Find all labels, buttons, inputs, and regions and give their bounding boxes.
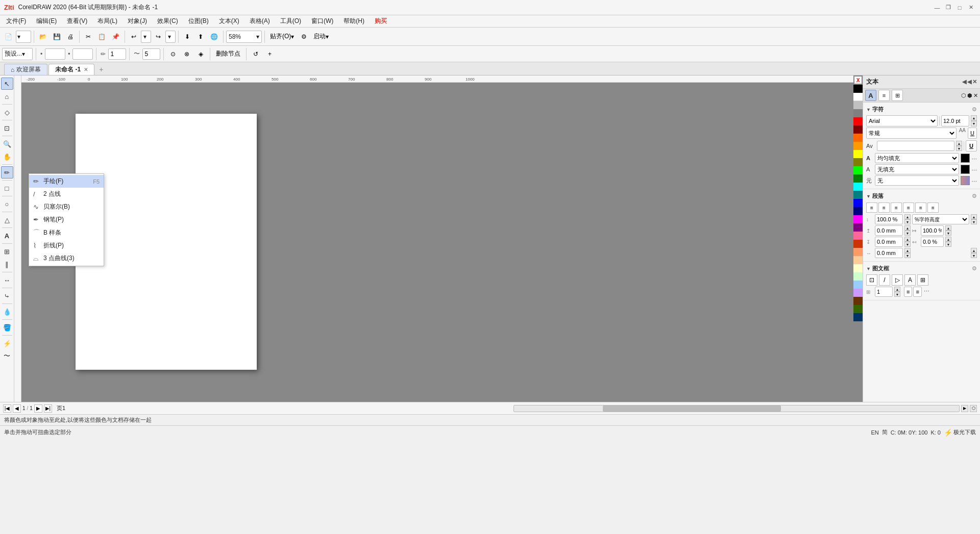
tab-home[interactable]: ⌂ 欢迎屏幕 — [4, 64, 47, 75]
columns-input[interactable] — [875, 287, 893, 297]
open-button[interactable]: 📂 — [37, 30, 50, 44]
menu-effects[interactable]: 效果(C) — [153, 16, 182, 27]
pull-input[interactable] — [875, 248, 903, 258]
snap-button[interactable]: 贴齐(O) ▾ — [267, 30, 297, 44]
cut-button[interactable]: ✂ — [82, 30, 94, 44]
color-gray[interactable] — [853, 109, 863, 117]
menu-text[interactable]: 文本(X) — [215, 16, 243, 27]
panel-tab-para[interactable]: ≡ — [878, 90, 890, 101]
close-button[interactable]: ✕ — [966, 3, 976, 13]
refresh-button[interactable]: ↺ — [250, 47, 262, 61]
menu-object[interactable]: 对象(J) — [124, 16, 151, 27]
position-x-input[interactable] — [45, 48, 65, 60]
panel-close-icon[interactable]: ✕ — [972, 79, 977, 85]
font-size-up[interactable]: ▲ — [971, 115, 977, 121]
tab-active[interactable]: 未命名 -1 ✕ — [48, 64, 94, 75]
av-input[interactable] — [877, 141, 954, 151]
bp-up[interactable]: ▲ — [904, 225, 911, 231]
h-scroll-thumb[interactable] — [603, 405, 781, 412]
color-purple[interactable] — [853, 223, 863, 232]
color-white[interactable] — [853, 93, 863, 101]
h-scroll-right-btn[interactable]: ▶ — [961, 405, 968, 412]
panel-collapse-icon[interactable]: ◀ — [967, 79, 971, 85]
color-maroon[interactable] — [853, 125, 863, 134]
color-navy[interactable] — [853, 207, 863, 215]
delete-node-button[interactable]: 删除节点 — [213, 47, 243, 61]
copy-button[interactable]: 📋 — [95, 30, 108, 44]
frame-align-btn2[interactable]: ≡ — [913, 287, 921, 297]
color-amber[interactable] — [853, 142, 863, 150]
color-green[interactable] — [853, 174, 863, 183]
align-center-btn[interactable]: ≡ — [878, 202, 890, 213]
cusp-button[interactable]: ◈ — [194, 47, 207, 61]
start-button[interactable]: 启动 ▾ — [311, 30, 331, 44]
line-height-input[interactable] — [875, 214, 903, 224]
panel-icon3[interactable]: ✕ — [973, 92, 978, 99]
panel-expand-icon[interactable]: ◀ — [962, 79, 966, 85]
ap-down[interactable]: ▼ — [904, 242, 911, 247]
font-size-down[interactable]: ▼ — [971, 121, 977, 126]
polygon-tool[interactable]: △ — [1, 214, 13, 226]
menu-layout[interactable]: 布局(L) — [93, 16, 121, 27]
indent-right-input[interactable] — [921, 237, 944, 247]
frame-gear[interactable]: ⚙ — [972, 265, 977, 272]
undo-dropdown[interactable]: ▾ — [141, 31, 151, 43]
restore-button[interactable]: ❒ — [943, 3, 953, 13]
pq2-down[interactable]: ▼ — [971, 253, 977, 258]
il-up[interactable]: ▲ — [945, 225, 951, 231]
h-scrollbar[interactable] — [513, 405, 960, 412]
menu-view[interactable]: 查看(V) — [63, 16, 91, 27]
color-skyblue[interactable] — [853, 281, 863, 289]
redo-dropdown[interactable]: ▾ — [165, 31, 176, 43]
align-right-btn[interactable]: ≡ — [891, 202, 902, 213]
smear-tool[interactable]: 〜 — [1, 350, 13, 362]
menu-file[interactable]: 文件(F) — [2, 16, 30, 27]
zoom-tool[interactable]: 🔍 — [1, 138, 13, 150]
para-section-header[interactable]: ▼ 段落 ⚙ — [866, 191, 977, 201]
stroke-type-select[interactable]: 无填充 — [875, 164, 959, 174]
color-red[interactable] — [853, 117, 863, 125]
stroke-color-box[interactable] — [961, 165, 970, 174]
parallel-tool[interactable]: ∥ — [1, 258, 13, 270]
char-style-more[interactable]: ··· — [971, 177, 977, 185]
color-cream[interactable] — [853, 264, 863, 272]
color-lime[interactable] — [853, 166, 863, 174]
pq-down[interactable]: ▼ — [904, 253, 911, 258]
after-para-input[interactable] — [875, 237, 903, 247]
menu-table[interactable]: 表格(A) — [246, 16, 274, 27]
char-gear[interactable]: ⚙ — [972, 106, 977, 113]
ir-up[interactable]: ▲ — [945, 237, 951, 242]
font-size-input[interactable] — [941, 115, 969, 126]
color-fuchsia[interactable] — [853, 215, 863, 223]
frame-icon-btn3[interactable]: ▷ — [892, 274, 903, 286]
panel-icon1[interactable]: ⬡ — [961, 92, 966, 99]
freehand-tool[interactable]: ✏ — [1, 166, 13, 179]
sym-button[interactable]: ⊗ — [181, 47, 193, 61]
settings-button[interactable]: ⚙ — [298, 30, 310, 44]
tab-add-button[interactable]: + — [95, 64, 107, 75]
color-blue[interactable] — [853, 199, 863, 207]
lh-unit-down[interactable]: ▼ — [971, 219, 977, 224]
underline-btn2[interactable]: U — [966, 140, 977, 151]
canvas-area[interactable]: -200 -100 0 100 200 300 400 500 600 700 … — [14, 75, 863, 402]
table-tool[interactable]: ⊞ — [1, 245, 13, 258]
color-mint[interactable] — [853, 272, 863, 281]
ap-up[interactable]: ▲ — [904, 237, 911, 242]
stroke-more[interactable]: ··· — [971, 166, 977, 173]
frame-icon-btn5[interactable]: ⊞ — [917, 274, 928, 286]
add-button[interactable]: + — [263, 47, 276, 61]
file-dropdown[interactable]: ▾ — [16, 31, 31, 43]
lh-unit-select[interactable]: %字符高度 — [912, 214, 969, 224]
rect-tool[interactable]: □ — [1, 182, 13, 194]
color-brown[interactable] — [853, 297, 863, 305]
color-silver[interactable] — [853, 101, 863, 109]
col-up[interactable]: ▲ — [894, 287, 900, 292]
publish-button[interactable]: 🌐 — [208, 30, 220, 44]
menu-edit[interactable]: 编辑(E) — [32, 16, 61, 27]
lh-unit-up[interactable]: ▲ — [971, 214, 977, 219]
color-orange[interactable] — [853, 134, 863, 142]
pq-up[interactable]: ▲ — [904, 248, 911, 253]
underline-button[interactable]: U — [968, 128, 977, 139]
align-full-btn[interactable]: ≡ — [915, 202, 926, 213]
print-button[interactable]: 🖨 — [64, 30, 77, 44]
